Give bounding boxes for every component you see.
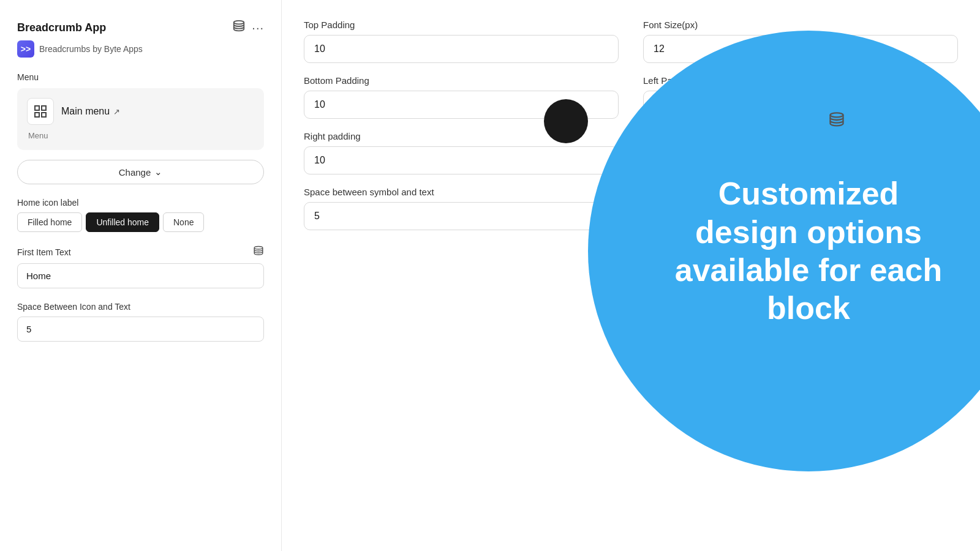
top-padding-label: Top Padding [304, 20, 619, 30]
first-item-text-input[interactable] [17, 263, 264, 288]
space-icon-text-input[interactable] [17, 317, 264, 342]
external-link-icon: ↗ [113, 107, 120, 116]
app-title: Breadcrumb App [17, 21, 106, 34]
svg-point-6 [831, 113, 843, 117]
app-subtitle-text: Breadcrumbs by Byte Apps [39, 44, 143, 54]
change-button[interactable]: Change ⌄ [17, 160, 264, 184]
space-symbol-text-field: Space between symbol and text [304, 187, 619, 230]
chevron-down-icon: ⌄ [154, 167, 162, 178]
svg-rect-4 [42, 113, 46, 117]
database-icon[interactable] [232, 20, 246, 36]
header-icons: ··· [232, 20, 264, 36]
menu-section: Menu Main menu ↗ Me [17, 72, 264, 184]
home-icon-label-group: Home icon label Filled home Unfilled hom… [17, 198, 264, 232]
app-subtitle: >> Breadcrumbs by Byte Apps [17, 40, 264, 58]
svg-rect-3 [35, 113, 39, 117]
first-item-text-label: First Item Text [17, 246, 264, 258]
app-logo: >> [17, 40, 34, 58]
bottom-padding-label: Bottom Padding [304, 75, 619, 86]
top-padding-input[interactable] [304, 35, 619, 63]
overlay-text: Customized design options available for … [631, 138, 980, 364]
font-size-label: Font Size(px) [643, 20, 958, 30]
space-symbol-text-label: Space between symbol and text [304, 187, 619, 197]
space-symbol-text-input[interactable] [304, 202, 619, 230]
db-icon-inline [253, 246, 264, 258]
menu-icon-box [27, 98, 54, 125]
svg-rect-2 [42, 106, 46, 110]
home-icon-label: Home icon label [17, 198, 264, 208]
top-padding-field: Top Padding [304, 20, 619, 63]
right-padding-input[interactable] [304, 146, 619, 174]
svg-point-5 [254, 247, 263, 250]
menu-item-label: Main menu ↗ [61, 106, 120, 117]
db-icon-overlay [828, 111, 845, 133]
menu-box: Main menu ↗ Menu [17, 88, 264, 150]
svg-point-0 [234, 21, 244, 24]
space-icon-text-label: Space Between Icon and Text [17, 302, 264, 312]
app-header: Breadcrumb App ··· [17, 20, 264, 36]
menu-label: Menu [17, 72, 264, 82]
first-item-text-group: First Item Text [17, 246, 264, 288]
left-panel: Breadcrumb App ··· >> Breadcrumbs by Byt… [0, 0, 282, 551]
filled-home-button[interactable]: Filled home [17, 212, 82, 232]
avatar [544, 99, 588, 143]
more-icon[interactable]: ··· [252, 21, 264, 35]
home-icon-toggle-group: Filled home Unfilled home None [17, 212, 264, 232]
menu-sub-label: Menu [27, 131, 254, 140]
svg-rect-1 [35, 106, 39, 110]
right-panel: Top Padding Font Size(px) Bottom Padding… [282, 0, 980, 551]
space-icon-text-group: Space Between Icon and Text [17, 302, 264, 342]
menu-item-row: Main menu ↗ [27, 98, 254, 125]
none-button[interactable]: None [163, 212, 204, 232]
menu-item-info: Main menu ↗ [61, 106, 120, 117]
unfilled-home-button[interactable]: Unfilled home [86, 212, 159, 232]
